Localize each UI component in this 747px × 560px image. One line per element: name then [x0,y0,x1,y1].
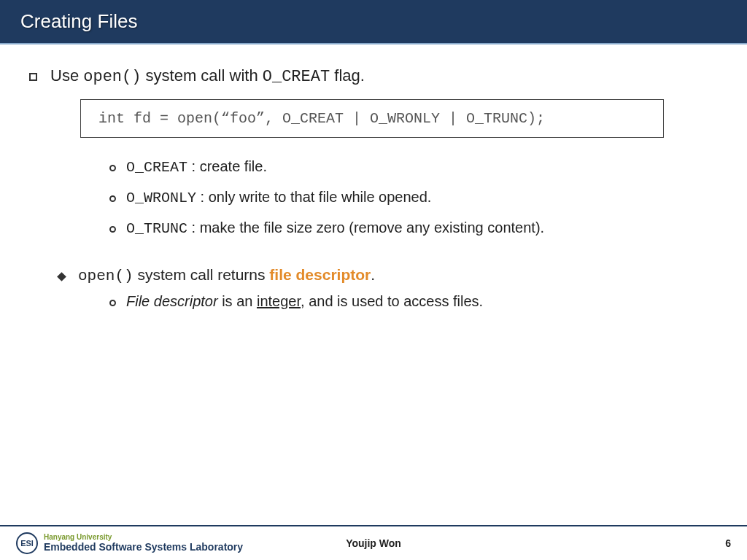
highlight-text: file descriptor [269,266,371,283]
sub-item: File descriptor is an integer, and is us… [109,293,718,310]
bullet-main-2: open() system call returns file descript… [29,266,718,284]
text: : make the file size zero (remove any ex… [187,219,544,236]
flag-list: O_CREAT : create file. O_WRONLY : only w… [109,158,718,237]
square-bullet-icon [29,73,37,81]
text: flag. [330,66,365,85]
code-inline: O_TRUNC [126,220,187,237]
text: system call with [141,66,262,85]
slide-content: Use open() system call with O_CREAT flag… [0,44,747,310]
circle-bullet-icon [109,300,116,306]
slide-title: Creating Files [0,0,747,44]
text: : create file. [187,158,267,174]
code-inline: O_CREAT [126,159,187,176]
circle-bullet-icon [109,226,116,233]
code-inline: open() [83,68,141,86]
text: . [371,266,375,283]
text: system call returns [133,266,270,283]
flag-item: O_TRUNC : make the file size zero (remov… [109,219,718,237]
page-number: 6 [725,537,731,549]
flag-item: O_CREAT : create file. [109,158,718,176]
diamond-bullet-icon [57,272,66,281]
text: is an [218,293,257,309]
footer-left: ESI Hanyang University Embedded Software… [16,532,243,554]
text: Use [50,66,83,85]
lab-name: Embedded Software Systems Laboratory [44,542,243,553]
code-inline: open() [78,268,133,284]
text: , and is used to access files. [301,293,483,309]
circle-bullet-icon [109,165,116,171]
bullet-main-1: Use open() system call with O_CREAT flag… [29,66,718,86]
code-inline: O_CREAT [263,68,330,86]
text: : only write to that file while opened. [196,189,431,205]
sub-list-2: File descriptor is an integer, and is us… [109,293,718,310]
code-inline: O_WRONLY [126,190,196,206]
lab-logo-icon: ESI [16,532,38,554]
italic-text: File descriptor [126,293,218,309]
underline-text: integer [257,293,301,309]
code-block: int fd = open(“foo”, O_CREAT | O_WRONLY … [80,99,664,138]
author-name: Youjip Won [346,537,401,549]
flag-item: O_WRONLY : only write to that file while… [109,189,718,206]
slide-footer: ESI Hanyang University Embedded Software… [0,525,747,560]
circle-bullet-icon [109,195,116,202]
